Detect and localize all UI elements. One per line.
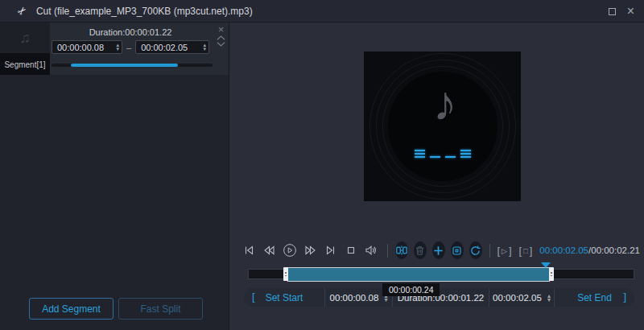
start-bracket: [ [252, 291, 255, 303]
skip-end-button[interactable] [324, 243, 337, 258]
preview-panel: ♪ [229, 23, 644, 330]
split-segment-button[interactable] [395, 241, 408, 259]
segment-thumbnail: ♫ [0, 23, 50, 53]
timeline-selection[interactable] [287, 267, 550, 282]
segment-list-panel: ♫ Segment[1] Duration:00:00:01.22 00:00:… [0, 23, 229, 330]
delete-segment-button[interactable] [414, 241, 427, 259]
toolbar-divider [489, 244, 490, 258]
timeline-tooltip: 00:00:00.24 [382, 283, 440, 296]
current-time: 00:00:02.05 [539, 245, 588, 255]
selection-end-handle[interactable] [549, 267, 554, 281]
playhead-marker[interactable] [541, 262, 551, 268]
segment-end-input[interactable]: 00:00:02.05 ▴ ▾ [135, 40, 209, 54]
add-segment-button[interactable]: Add Segment [29, 298, 114, 320]
segment-item-label: Segment[1] [0, 60, 50, 69]
segment-thumbnail-column: ♫ Segment[1] [0, 23, 50, 75]
play-selection-button[interactable]: [ ▷ ] [497, 245, 511, 257]
move-segment-down-button[interactable] [217, 42, 225, 47]
set-start-button[interactable]: Set Start [266, 292, 303, 303]
scissors-icon: ✂ [14, 3, 29, 18]
segment-range-fill [71, 64, 178, 67]
fast-forward-button[interactable] [304, 243, 317, 258]
equalizer-icon [415, 148, 471, 158]
play-button[interactable] [283, 243, 297, 258]
add-segment-icon-button[interactable] [432, 241, 445, 259]
stepper-down-icon[interactable]: ▾ [204, 47, 207, 52]
set-end-button[interactable]: Set End [577, 292, 612, 303]
maximize-button[interactable] [609, 4, 616, 19]
bracket-close-glyph: ] [509, 245, 512, 257]
reset-button[interactable] [469, 241, 482, 259]
segment-detail-card: Duration:00:00:01.22 00:00:00.08 ▴ ▾ – 0… [50, 23, 229, 75]
stop-button[interactable] [345, 243, 357, 258]
copy-segment-button[interactable] [451, 241, 464, 259]
segment-start-stepper[interactable]: ▴ ▾ [116, 43, 119, 51]
segment-end-stepper[interactable]: ▴ ▾ [204, 43, 207, 51]
segment-item[interactable]: ♫ Segment[1] Duration:00:00:01.22 00:00:… [0, 23, 229, 75]
toolbar-divider [387, 244, 388, 258]
volume-button[interactable] [365, 243, 378, 258]
range-dash: – [126, 43, 131, 52]
close-button[interactable]: × [627, 5, 634, 18]
music-note-icon: ♫ [19, 30, 31, 47]
remove-segment-button[interactable]: × [218, 26, 225, 34]
bracket-close-glyph: ] [530, 245, 533, 257]
move-segment-up-button[interactable] [217, 35, 225, 40]
segment-start-value: 00:00:00.08 [57, 43, 116, 52]
audio-artwork: ♪ [364, 52, 521, 201]
stepper-down-icon[interactable]: ▾ [116, 47, 119, 52]
time-display: 00:00:02.05/00:00:02.21 [539, 245, 644, 255]
skip-start-button[interactable] [242, 243, 255, 258]
start-time-value: 00:00:00.08 [330, 293, 379, 303]
playback-toolbar: [ ▷ ] [ □ ] 00:00:02.05/00:00:02.21 [242, 240, 644, 261]
end-time-stepper[interactable]: ▴ ▾ [547, 294, 551, 302]
end-bracket: ] [623, 291, 626, 303]
title-bar: ✂ Cut (file_example_MP3_700KB (mp3cut.ne… [0, 0, 644, 23]
stepper-down-icon[interactable]: ▾ [547, 298, 551, 302]
fast-split-button[interactable]: Fast Split [118, 298, 203, 320]
rewind-button[interactable] [262, 243, 275, 258]
segment-duration-label: Duration:00:00:01.22 [50, 27, 211, 37]
stop-small-icon: □ [523, 247, 527, 255]
bracket-open-glyph: [ [497, 245, 500, 257]
segment-start-input[interactable]: 00:00:00.08 ▴ ▾ [52, 40, 122, 54]
end-time-input[interactable]: 00:00:02.05 ▴ ▾ [489, 288, 554, 307]
timeline-track[interactable] [248, 269, 634, 279]
music-note-icon: ♪ [433, 76, 457, 131]
segment-range-bar [52, 64, 213, 67]
end-time-value: 00:00:02.05 [493, 293, 542, 303]
selection-start-handle[interactable] [283, 267, 288, 281]
total-time: 00:00:02.21 [591, 245, 640, 255]
segment-end-value: 00:00:02.05 [141, 43, 203, 52]
play-small-icon: ▷ [502, 247, 507, 255]
stepper-down-icon[interactable]: ▾ [384, 298, 387, 302]
maximize-icon [609, 8, 616, 15]
stop-selection-button[interactable]: [ □ ] [519, 245, 533, 257]
window-title: Cut (file_example_MP3_700KB (mp3cut.net)… [36, 6, 253, 17]
bracket-open-glyph: [ [519, 245, 522, 257]
